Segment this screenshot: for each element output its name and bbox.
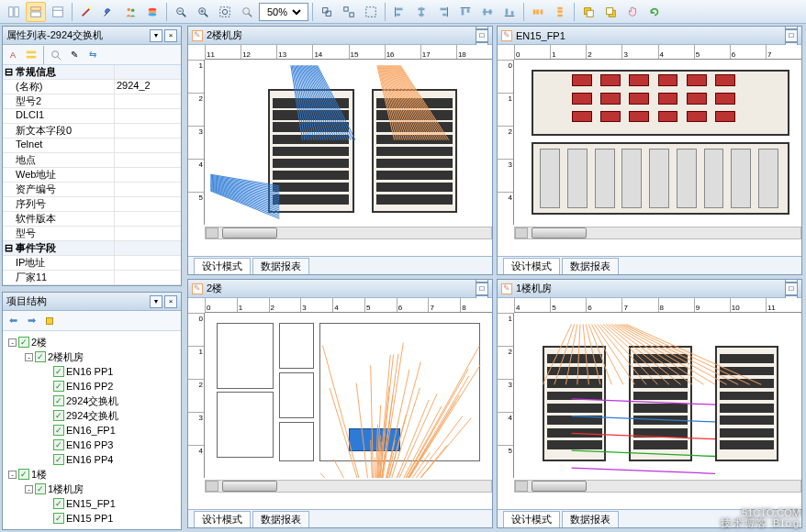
tree-label[interactable]: 2楼 — [31, 336, 47, 349]
document-tab[interactable]: 数据报表 — [252, 511, 309, 527]
property-row[interactable]: 厂家11 — [3, 271, 181, 285]
zoom-fit-icon[interactable] — [215, 2, 235, 22]
send-back-icon[interactable] — [600, 2, 621, 22]
document-header[interactable]: 2楼机房 —□× — [188, 27, 492, 45]
property-row[interactable]: 软件版本 — [3, 212, 181, 227]
tree-prev-icon[interactable]: ⬅ — [5, 313, 21, 329]
panel-pin-icon[interactable]: ▾ — [150, 295, 162, 308]
document-tab[interactable]: 数据报表 — [562, 258, 619, 274]
property-row[interactable]: DLCI1 — [3, 109, 181, 124]
prop-pencil-icon[interactable]: ✎ — [66, 47, 83, 63]
tree-node[interactable]: ✓EN16 PP4 — [5, 452, 179, 467]
tree-node[interactable]: -✓1楼机房 — [5, 482, 179, 496]
tree-label[interactable]: EN16_FP1 — [66, 425, 116, 436]
prop-find-icon[interactable] — [48, 47, 64, 63]
tree-label[interactable]: 1楼机房 — [48, 482, 84, 496]
document-header[interactable]: 1楼机房 —□× — [498, 280, 801, 298]
property-value[interactable] — [115, 153, 181, 167]
property-value[interactable] — [115, 124, 181, 138]
tree-checkbox[interactable]: ✓ — [53, 439, 64, 450]
property-value[interactable] — [115, 227, 181, 240]
document-tab[interactable]: 设计模式 — [503, 511, 560, 527]
align-center-icon[interactable] — [411, 2, 431, 22]
expand-toggle[interactable]: ⊟ — [3, 65, 14, 79]
align-bottom-icon[interactable] — [499, 2, 520, 22]
pan-icon[interactable] — [622, 2, 643, 22]
property-group[interactable]: ⊟事件字段 — [3, 241, 181, 256]
tree-next-icon[interactable]: ➡ — [23, 313, 39, 329]
maximize-icon[interactable]: □ — [785, 283, 798, 295]
scrollbar-horizontal[interactable] — [205, 480, 492, 493]
tree-checkbox[interactable]: ✓ — [53, 425, 64, 436]
align-top-icon[interactable] — [455, 2, 476, 22]
zoom-100-icon[interactable] — [237, 2, 257, 22]
tree-checkbox[interactable]: ✓ — [18, 337, 29, 348]
tree-label[interactable]: EN16 PP1 — [66, 366, 113, 377]
scrollbar-horizontal[interactable] — [514, 227, 801, 239]
panel-close-icon[interactable]: × — [164, 295, 177, 308]
refresh-icon[interactable] — [644, 2, 665, 22]
property-value[interactable] — [115, 256, 181, 270]
align-left-icon[interactable] — [389, 2, 409, 22]
select-icon[interactable] — [361, 2, 381, 22]
document-tab[interactable]: 设计模式 — [194, 258, 251, 274]
maximize-icon[interactable]: □ — [785, 29, 798, 42]
stack-icon[interactable] — [142, 2, 162, 22]
property-row[interactable]: (名称)2924_2 — [3, 80, 181, 94]
scrollbar-horizontal[interactable] — [205, 227, 492, 239]
tree-checkbox[interactable]: ✓ — [53, 395, 64, 406]
tree-checkbox[interactable]: ✓ — [53, 410, 64, 421]
wand-icon[interactable] — [76, 2, 96, 22]
wrench-icon[interactable] — [98, 2, 118, 22]
tree-expand-toggle[interactable]: - — [8, 471, 17, 479]
property-value[interactable] — [115, 212, 181, 226]
tree-label[interactable]: EN16 PP4 — [66, 454, 113, 465]
tree-checkbox[interactable]: ✓ — [53, 454, 64, 465]
tree-checkbox[interactable]: ✓ — [53, 513, 64, 524]
tree-body[interactable]: -✓2楼-✓2楼机房✓EN16 PP1✓EN16 PP2✓2924交换机✓292… — [3, 331, 181, 529]
expand-toggle[interactable]: ⊟ — [3, 241, 14, 255]
property-value[interactable] — [115, 109, 181, 123]
tree-checkbox[interactable]: ✓ — [53, 366, 64, 377]
property-value[interactable] — [115, 197, 181, 211]
ungroup-icon[interactable] — [339, 2, 359, 22]
tree-node[interactable]: ✓EN16_FP1 — [5, 423, 179, 438]
document-header[interactable]: EN15_FP1 —□× — [498, 27, 801, 45]
canvas[interactable] — [514, 60, 801, 225]
property-group[interactable]: ⊟常规信息 — [3, 65, 181, 80]
property-row[interactable]: 型号2 — [3, 94, 181, 109]
bring-front-icon[interactable] — [578, 2, 599, 22]
property-row[interactable]: 地点 — [3, 153, 181, 168]
property-row[interactable]: Web地址 — [3, 168, 181, 183]
zoom-out-icon[interactable] — [171, 2, 191, 22]
users-icon[interactable] — [120, 2, 140, 22]
dist-h-icon[interactable] — [528, 2, 548, 22]
tree-node[interactable]: ✓EN16 PP3 — [5, 438, 179, 452]
tree-checkbox[interactable]: ✓ — [53, 381, 64, 392]
tree-node[interactable]: -✓2楼机房 — [5, 349, 179, 364]
zoom-combo[interactable]: 50% — [259, 3, 308, 21]
tree-node[interactable]: ✓EN16 PP2 — [5, 379, 179, 393]
panel-close-icon[interactable]: × — [164, 29, 177, 42]
align-middle-icon[interactable] — [477, 2, 498, 22]
maximize-icon[interactable]: □ — [476, 29, 488, 42]
tree-label[interactable]: 2924交换机 — [66, 394, 118, 408]
property-value[interactable] — [115, 168, 181, 182]
canvas[interactable] — [514, 313, 801, 478]
prop-nav-icon[interactable]: ⇆ — [84, 47, 101, 63]
document-tab[interactable]: 设计模式 — [503, 258, 560, 274]
tree-node[interactable]: -✓2楼 — [5, 335, 179, 349]
tb-btn-3[interactable] — [48, 2, 68, 22]
tree-expand-toggle[interactable]: - — [8, 338, 17, 347]
document-header[interactable]: 2楼 —□× — [188, 280, 492, 298]
tree-checkbox[interactable]: ✓ — [53, 498, 64, 509]
tree-node[interactable]: ✓EN15_FP1 — [5, 496, 179, 511]
tree-node[interactable]: ✓2924交换机 — [5, 393, 179, 408]
property-row[interactable]: 资产编号 — [3, 183, 181, 197]
tree-label[interactable]: 2楼机房 — [48, 350, 84, 364]
tree-node[interactable]: ✓2924交换机 — [5, 408, 179, 423]
align-right-icon[interactable] — [433, 2, 453, 22]
document-tab[interactable]: 数据报表 — [252, 258, 309, 274]
tree-label[interactable]: 1楼 — [31, 468, 47, 482]
maximize-icon[interactable]: □ — [476, 283, 488, 295]
